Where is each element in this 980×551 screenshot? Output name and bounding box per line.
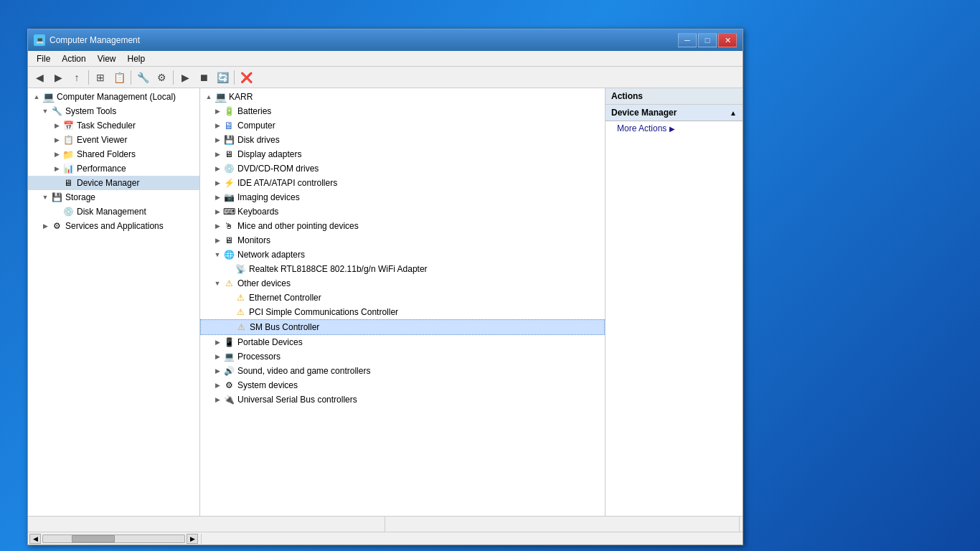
event-viewer-icon: 📋 (62, 134, 74, 146)
center-ide[interactable]: ▶ ⚡ IDE ATA/ATAPI controllers (200, 176, 605, 190)
center-disk-drives[interactable]: ▶ 💾 Disk drives (200, 133, 605, 147)
scroll-right-btn[interactable]: ▶ (187, 534, 198, 544)
tree-services-applications[interactable]: ▶ ⚙ Services and Applications (28, 219, 199, 233)
device-manager-icon: 🖥 (62, 177, 74, 189)
dvd-icon: 💿 (223, 163, 235, 174)
network-icon: 🌐 (223, 249, 235, 260)
center-portable[interactable]: ▶ 📱 Portable Devices (200, 335, 605, 349)
tree-device-manager[interactable]: 🖥 Device Manager (28, 176, 199, 190)
close-button[interactable]: ✕ (718, 33, 737, 47)
h-scrollbar-thumb[interactable] (72, 535, 115, 542)
batteries-label: Batteries (237, 106, 271, 116)
expand-ide: ▶ (212, 177, 223, 189)
center-network-adapters[interactable]: ▼ 🌐 Network adapters (200, 248, 605, 262)
expand-keyboards: ▶ (212, 206, 223, 217)
tree-storage[interactable]: ▼ 💾 Storage (28, 190, 199, 204)
maximize-button[interactable]: □ (698, 33, 717, 47)
center-display-adapters[interactable]: ▶ 🖥 Display adapters (200, 147, 605, 161)
actions-section-label: Device Manager (611, 108, 677, 118)
title-bar-buttons: ─ □ ✕ (678, 33, 737, 47)
center-system-devices[interactable]: ▶ ⚙ System devices (200, 378, 605, 392)
center-computer[interactable]: ▶ 🖥 Computer (200, 118, 605, 133)
menu-file[interactable]: File (31, 52, 56, 65)
computer-management-window: 💻 Computer Management ─ □ ✕ File Action … (27, 29, 743, 545)
center-sound[interactable]: ▶ 🔊 Sound, video and game controllers (200, 364, 605, 378)
system-devices-icon: ⚙ (223, 380, 235, 391)
toolbar-properties[interactable]: 📋 (110, 69, 128, 86)
center-realtek[interactable]: 📡 Realtek RTL8188CE 802.11b/g/n WiFi Ada… (200, 262, 605, 276)
toolbar-delete[interactable]: ❌ (237, 69, 255, 86)
toolbar-up[interactable]: ↑ (68, 69, 85, 86)
expand-system-tools: ▼ (39, 105, 51, 117)
menu-view[interactable]: View (92, 52, 122, 65)
center-keyboards[interactable]: ▶ ⌨ Keyboards (200, 204, 605, 219)
center-usb[interactable]: ▶ 🔌 Universal Serial Bus controllers (200, 392, 605, 407)
processors-label: Processors (237, 352, 281, 362)
tree-system-tools[interactable]: ▼ 🔧 System Tools (28, 104, 199, 118)
menu-help[interactable]: Help (122, 52, 151, 65)
center-root[interactable]: ▲ 💻 KARR (200, 90, 605, 104)
tree-disk-management[interactable]: 💿 Disk Management (28, 204, 199, 219)
toolbar-show-hide[interactable]: ⊞ (92, 69, 109, 86)
expand-pci (223, 306, 235, 318)
left-panel: ▲ 💻 Computer Management (Local) ▼ 🔧 Syst… (28, 88, 200, 516)
tree-event-viewer[interactable]: ▶ 📋 Event Viewer (28, 133, 199, 147)
computer-icon: 🖥 (223, 120, 235, 131)
expand-imaging: ▶ (212, 192, 223, 203)
pci-label: PCI Simple Communications Controller (249, 307, 398, 317)
center-sm-bus[interactable]: ⚠ SM Bus Controller (200, 319, 605, 335)
realtek-icon: 📡 (235, 263, 246, 275)
toolbar-reload[interactable]: 🔄 (214, 69, 231, 86)
expand-task-scheduler: ▶ (51, 120, 62, 131)
actions-more-actions[interactable]: More Actions ▶ (606, 121, 743, 136)
expand-karr: ▲ (203, 91, 215, 103)
center-processors[interactable]: ▶ 💻 Processors (200, 349, 605, 364)
toolbar-sep-1 (88, 70, 89, 85)
services-label: Services and Applications (65, 221, 164, 231)
toolbar-new[interactable]: 🔧 (134, 69, 151, 86)
main-content: ▲ 💻 Computer Management (Local) ▼ 🔧 Syst… (28, 88, 743, 516)
services-icon: ⚙ (51, 220, 62, 232)
expand-batteries: ▶ (212, 105, 223, 117)
center-monitors[interactable]: ▶ 🖥 Monitors (200, 233, 605, 248)
toolbar-forward[interactable]: ▶ (50, 69, 67, 86)
mice-label: Mice and other pointing devices (237, 221, 359, 231)
center-batteries[interactable]: ▶ 🔋 Batteries (200, 104, 605, 118)
window-title: Computer Management (50, 35, 678, 45)
system-tools-label: System Tools (65, 106, 116, 116)
center-other-devices[interactable]: ▼ ⚠ Other devices (200, 276, 605, 291)
center-pci[interactable]: ⚠ PCI Simple Communications Controller (200, 305, 605, 319)
menu-action[interactable]: Action (56, 52, 91, 65)
tree-shared-folders[interactable]: ▶ 📁 Shared Folders (28, 147, 199, 161)
right-panel: Actions Device Manager ▲ More Actions ▶ (605, 88, 743, 516)
status-bar (28, 516, 743, 532)
tree-task-scheduler[interactable]: ▶ 📅 Task Scheduler (28, 118, 199, 133)
scroll-area: ◀ ▶ (28, 532, 743, 545)
expand-root: ▲ (31, 91, 42, 103)
scroll-left-btn[interactable]: ◀ (29, 534, 41, 544)
toolbar-export[interactable]: ▶ (176, 69, 194, 86)
tree-performance[interactable]: ▶ 📊 Performance (28, 161, 199, 176)
window-icon: 💻 (34, 34, 45, 46)
toolbar-refresh[interactable]: ⚙ (153, 69, 170, 86)
root-icon: 💻 (42, 91, 54, 103)
karr-icon: 💻 (215, 91, 226, 103)
expand-disk-management (51, 206, 62, 217)
tree-root[interactable]: ▲ 💻 Computer Management (Local) (28, 90, 199, 104)
center-ethernet[interactable]: ⚠ Ethernet Controller (200, 291, 605, 305)
disk-management-icon: 💿 (62, 206, 74, 217)
center-mice[interactable]: ▶ 🖱 Mice and other pointing devices (200, 219, 605, 233)
h-scrollbar[interactable] (42, 534, 185, 543)
expand-services: ▶ (39, 220, 51, 232)
actions-header: Actions (606, 88, 743, 105)
ethernet-label: Ethernet Controller (249, 293, 321, 303)
ide-icon: ⚡ (223, 177, 235, 189)
section-arrow-icon: ▲ (730, 109, 737, 117)
pci-icon: ⚠ (235, 306, 246, 318)
center-imaging[interactable]: ▶ 📷 Imaging devices (200, 190, 605, 204)
toolbar-stop[interactable]: ⏹ (195, 69, 212, 86)
actions-device-manager-section[interactable]: Device Manager ▲ (606, 105, 743, 121)
center-dvd[interactable]: ▶ 💿 DVD/CD-ROM drives (200, 161, 605, 176)
minimize-button[interactable]: ─ (678, 33, 697, 47)
toolbar-back[interactable]: ◀ (31, 69, 48, 86)
